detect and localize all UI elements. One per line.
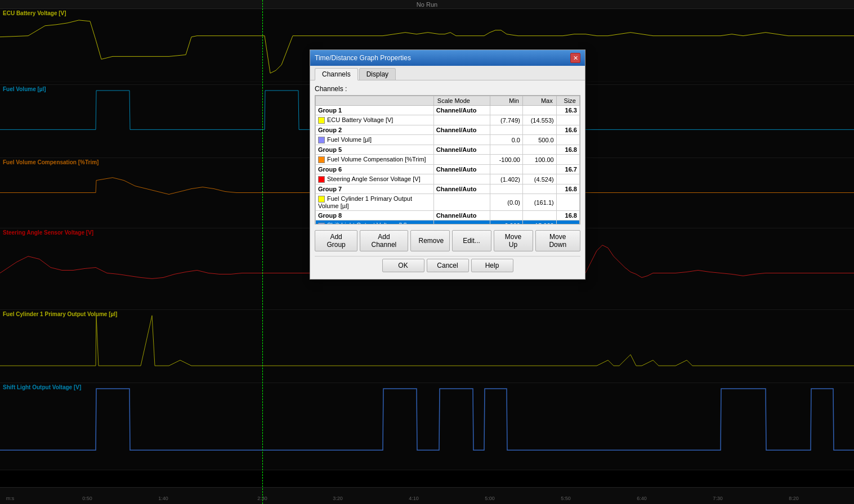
channel-min: 0.0 (490, 135, 522, 145)
group-max (522, 125, 556, 135)
remove-button[interactable]: Remove (410, 230, 450, 251)
channel-size (556, 174, 579, 184)
channel-size (556, 194, 579, 211)
group-size: 16.7 (556, 165, 579, 174)
channels-table: Scale Mode Min Max Size Group 1 Channel/… (315, 96, 580, 224)
col-header-scale: Scale Mode (433, 96, 490, 106)
channel-max: 15.000 (522, 220, 556, 224)
group-size: 16.3 (556, 106, 579, 115)
group-name: Group 5 (316, 145, 434, 155)
edit-button[interactable]: Edit... (452, 230, 491, 251)
col-header-max: Max (522, 96, 556, 106)
group-max (522, 145, 556, 155)
group-size: 16.8 (556, 211, 579, 220)
add-group-button[interactable]: Add Group (315, 230, 357, 251)
group-min (490, 184, 522, 194)
channel-scale (433, 155, 490, 165)
channel-size (556, 135, 579, 145)
channel-max: 100.00 (522, 155, 556, 165)
group-max (522, 106, 556, 115)
cursor-line (262, 0, 263, 504)
channel-scale (433, 220, 490, 224)
table-row[interactable]: Group 5 Channel/Auto 16.8 (316, 145, 580, 155)
channel-scale (433, 174, 490, 184)
channel-name: Steering Angle Sensor Voltage [V] (316, 174, 434, 184)
group-name: Group 2 (316, 125, 434, 135)
channels-list[interactable]: Scale Mode Min Max Size Group 1 Channel/… (315, 95, 580, 224)
dialog-tabs: Channels Display (310, 66, 585, 80)
channel-min: (7.749) (490, 115, 522, 125)
channel-min: (0.0) (490, 194, 522, 211)
table-row[interactable]: Group 8 Channel/Auto 16.8 (316, 211, 580, 220)
table-row[interactable]: Steering Angle Sensor Voltage [V] (1.402… (316, 174, 580, 184)
group-scale: Channel/Auto (433, 211, 490, 220)
channel-name: ECU Battery Voltage [V] (316, 115, 434, 125)
channel-color-swatch (318, 156, 325, 163)
channel-max: (4.524) (522, 174, 556, 184)
properties-dialog: Time/Distance Graph Properties ✕ Channel… (310, 50, 585, 280)
table-row[interactable]: Shift Light Output Voltage [V] 0.000 15.… (316, 220, 580, 224)
group-min (490, 125, 522, 135)
group-min (490, 106, 522, 115)
channels-label: Channels : (315, 85, 580, 93)
tab-display[interactable]: Display (359, 68, 396, 80)
group-scale: Channel/Auto (433, 184, 490, 194)
channel-size (556, 155, 579, 165)
channel-color-swatch (318, 117, 325, 124)
group-max (522, 211, 556, 220)
group-min (490, 165, 522, 174)
group-scale: Channel/Auto (433, 165, 490, 174)
channel-max: 500.0 (522, 135, 556, 145)
help-button[interactable]: Help (471, 259, 513, 272)
group-name: Group 8 (316, 211, 434, 220)
table-row[interactable]: Fuel Cylinder 1 Primary Output Volume [µ… (316, 194, 580, 211)
group-size: 16.6 (556, 125, 579, 135)
group-size: 16.8 (556, 184, 579, 194)
ok-button[interactable]: OK (382, 259, 424, 272)
group-name: Group 6 (316, 165, 434, 174)
group-min (490, 211, 522, 220)
table-row[interactable]: Fuel Volume [µl] 0.0 500.0 (316, 135, 580, 145)
table-row[interactable]: Group 7 Channel/Auto 16.8 (316, 184, 580, 194)
footer-buttons: OK Cancel Help (315, 256, 580, 274)
group-name: Group 1 (316, 106, 434, 115)
channel-scale (433, 115, 490, 125)
move-down-button[interactable]: Move Down (535, 230, 580, 251)
table-row[interactable]: ECU Battery Voltage [V] (7.749) (14.553) (316, 115, 580, 125)
channel-name: Fuel Volume [µl] (316, 135, 434, 145)
channel-min: 0.000 (490, 220, 522, 224)
channel-scale (433, 194, 490, 211)
channel-name: Fuel Cylinder 1 Primary Output Volume [µ… (316, 194, 434, 211)
table-row[interactable]: Group 6 Channel/Auto 16.7 (316, 165, 580, 174)
channel-min: -100.00 (490, 155, 522, 165)
action-buttons: Add Group Add Channel Remove Edit... Mov… (315, 228, 580, 254)
channel-color-swatch (318, 137, 325, 143)
channel-name: Shift Light Output Voltage [V] (316, 220, 434, 224)
table-row[interactable]: Group 2 Channel/Auto 16.6 (316, 125, 580, 135)
add-channel-button[interactable]: Add Channel (360, 230, 408, 251)
channel-color-swatch (318, 196, 325, 202)
group-max (522, 165, 556, 174)
channel-size (556, 115, 579, 125)
channel-color-swatch (318, 176, 325, 183)
group-scale: Channel/Auto (433, 145, 490, 155)
group-size: 16.8 (556, 145, 579, 155)
channel-size (556, 220, 579, 224)
channel-name: Fuel Volume Compensation [%Trim] (316, 155, 434, 165)
table-row[interactable]: Group 1 Channel/Auto 16.3 (316, 106, 580, 115)
cancel-button[interactable]: Cancel (427, 259, 469, 272)
channel-min: (1.402) (490, 174, 522, 184)
close-button[interactable]: ✕ (570, 53, 580, 63)
table-row[interactable]: Fuel Volume Compensation [%Trim] -100.00… (316, 155, 580, 165)
col-header-min: Min (490, 96, 522, 106)
group-name: Group 7 (316, 184, 434, 194)
channel-color-swatch (318, 223, 325, 224)
dialog-tab-content: Channels : Scale Mode Min Max Size Group… (310, 80, 585, 279)
tab-channels[interactable]: Channels (315, 68, 358, 80)
channel-scale (433, 135, 490, 145)
group-scale: Channel/Auto (433, 106, 490, 115)
move-up-button[interactable]: Move Up (494, 230, 533, 251)
group-min (490, 145, 522, 155)
group-scale: Channel/Auto (433, 125, 490, 135)
channel-max: (161.1) (522, 194, 556, 211)
